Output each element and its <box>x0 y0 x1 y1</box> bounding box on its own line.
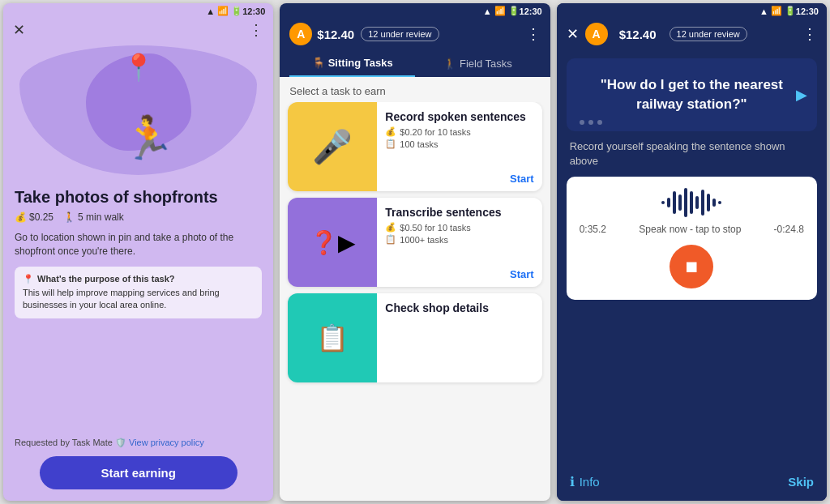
timer-row: 0:35.2 Speak now - tap to stop -0:24.8 <box>580 224 804 235</box>
tab-sitting-tasks[interactable]: 🪑 Sitting Tasks <box>289 50 415 77</box>
status-bar-1: ▲ 📶 🔋 12:30 <box>3 3 273 18</box>
bar-5 <box>684 188 687 217</box>
microphone-icon: 🎤 <box>312 128 353 166</box>
status-bar-2: ▲ 📶 🔋 12:30 <box>280 3 550 18</box>
more-options-icon-3[interactable]: ⋮ <box>802 25 817 43</box>
screen-3: ▲ 📶 🔋 12:30 ✕ A $12.40 12 under review ⋮… <box>557 3 827 501</box>
review-badge: 12 under review <box>361 27 439 41</box>
wifi-icon-2: ▲ <box>483 6 492 16</box>
more-options-icon[interactable]: ⋮ <box>249 21 263 39</box>
bar-4 <box>678 194 682 211</box>
privacy-link[interactable]: View privacy policy <box>129 438 204 447</box>
card-check-shop: 📋 Check shop details <box>288 293 541 382</box>
card-price-record: 💰 $0.20 for 10 tasks <box>385 126 533 137</box>
walk-icon: 🚶 <box>63 211 75 223</box>
s1-footer: Requested by Task Mate 🛡️ View privacy p… <box>3 434 273 448</box>
balance-amount: $12.40 <box>317 28 354 41</box>
task-cards: 🎤 Record spoken sentences 💰 $0.20 for 10… <box>280 102 550 501</box>
task-title: Take photos of shopfronts <box>15 188 262 207</box>
quote-text: "How do I get to the nearest railway sta… <box>580 75 804 114</box>
stop-record-button[interactable]: ⏹ <box>670 245 713 288</box>
wifi-icon-3: ▲ <box>759 6 768 16</box>
card-body-record: Record spoken sentences 💰 $0.20 for 10 t… <box>377 102 541 191</box>
info-answer: This will help improve mapping services … <box>23 287 254 312</box>
battery-icon: 🔋 <box>231 6 242 16</box>
card-image-transcribe: ❓▶ <box>288 198 377 287</box>
card-transcribe: ❓▶ Transcribe sentences 💰 $0.50 for 10 t… <box>288 198 541 287</box>
battery-icon-3: 🔋 <box>785 6 796 16</box>
sitting-icon: 🪑 <box>312 57 325 69</box>
status-icons-3: ▲ 📶 🔋 <box>759 6 796 16</box>
bar-8 <box>701 190 704 216</box>
status-icons-2: ▲ 📶 🔋 <box>483 6 520 16</box>
bar-9 <box>707 194 710 211</box>
bar-11 <box>718 201 721 204</box>
transcribe-icon: ❓▶ <box>310 229 356 256</box>
progress-dots <box>580 120 602 125</box>
shop-icon: 📋 <box>316 322 349 353</box>
signal-icon-3: 📶 <box>771 6 782 16</box>
card-body-shop: Check shop details <box>377 293 541 382</box>
close-button-3[interactable]: ✕ <box>567 25 579 43</box>
dot-1 <box>580 120 584 125</box>
start-earning-button[interactable]: Start earning <box>40 456 237 489</box>
s3-bottom-bar: ℹ Info Skip <box>557 463 827 501</box>
stop-icon: ⏹ <box>683 258 700 276</box>
time-1: 12:30 <box>242 6 265 16</box>
coin-icon-2: 💰 <box>385 222 396 233</box>
close-icon[interactable]: ✕ <box>13 21 25 39</box>
task-description: Go to location shown in pin and take a p… <box>15 231 262 258</box>
s1-content: Take photos of shopfronts 💰 $0.25 🚶 5 mi… <box>3 182 273 434</box>
coin-icon-1: 💰 <box>385 126 396 137</box>
field-icon: 🚶 <box>443 58 456 70</box>
list-icon-2: 📋 <box>385 234 396 245</box>
card-title-shop: Check shop details <box>385 301 533 314</box>
quote-area: "How do I get to the nearest railway sta… <box>567 58 817 131</box>
s2-tabs: 🪑 Sitting Tasks 🚶 Field Tasks <box>280 50 550 77</box>
card-title-transcribe: Transcribe sentences <box>385 206 533 219</box>
signal-icon: 📶 <box>217 6 229 16</box>
bar-10 <box>712 199 716 207</box>
battery-icon-2: 🔋 <box>508 6 520 16</box>
skip-button[interactable]: Skip <box>788 475 814 489</box>
signal-icon-2: 📶 <box>494 6 506 16</box>
start-button-record[interactable]: Start <box>510 173 534 185</box>
card-image-shop: 📋 <box>288 293 377 382</box>
timer-instruction: Speak now - tap to stop <box>639 224 741 235</box>
start-button-transcribe[interactable]: Start <box>510 268 534 280</box>
info-question: 📍 What's the purpose of this task? <box>23 273 254 285</box>
bar-6 <box>690 191 693 214</box>
instruction-text: Record yourself speaking the sentence sh… <box>557 139 827 177</box>
money-icon: 💰 <box>15 211 27 223</box>
location-icon: 📍 <box>23 273 34 285</box>
s2-topbar: A $12.40 12 under review ⋮ <box>280 18 550 50</box>
card-body-transcribe: Transcribe sentences 💰 $0.50 for 10 task… <box>377 198 541 287</box>
balance-3: $12.40 <box>619 28 657 41</box>
recorder-panel: 0:35.2 Speak now - tap to stop -0:24.8 ⏹ <box>567 177 817 300</box>
wifi-icon: ▲ <box>206 6 215 16</box>
distance-meta: 🚶 5 min walk <box>63 211 124 223</box>
waveform <box>661 188 721 217</box>
hero-illustration: 📍 🏃 🏠 🏠 <box>19 45 257 175</box>
play-button[interactable]: ▶ <box>796 86 807 104</box>
time-2: 12:30 <box>520 6 542 16</box>
more-options-icon-2[interactable]: ⋮ <box>526 25 541 43</box>
status-icons-1: ▲ 📶 🔋 <box>206 6 242 16</box>
screen-1: ▲ 📶 🔋 12:30 ✕ ⋮ 📍 🏃 🏠 🏠 Take photos of s… <box>3 3 273 501</box>
card-count-transcribe: 📋 1000+ tasks <box>385 234 533 245</box>
status-bar-3: ▲ 📶 🔋 12:30 <box>557 3 827 18</box>
timer-remaining: -0:24.8 <box>774 224 804 235</box>
avatar: A <box>289 23 312 45</box>
info-button[interactable]: ℹ Info <box>570 474 600 489</box>
task-meta: 💰 $0.25 🚶 5 min walk <box>15 211 262 223</box>
bar-2 <box>667 198 670 207</box>
s1-topbar: ✕ ⋮ <box>3 18 273 39</box>
screen-2: ▲ 📶 🔋 12:30 A $12.40 12 under review ⋮ 🪑… <box>280 3 550 501</box>
tab-field-tasks[interactable]: 🚶 Field Tasks <box>415 50 541 77</box>
s3-content: "How do I get to the nearest railway sta… <box>557 50 827 501</box>
topbar-left: A $12.40 12 under review <box>289 23 439 45</box>
shield-icon: 🛡️ <box>115 438 129 447</box>
dot-3 <box>597 120 602 125</box>
card-title-record: Record spoken sentences <box>385 110 533 123</box>
card-image-record: 🎤 <box>288 102 377 191</box>
